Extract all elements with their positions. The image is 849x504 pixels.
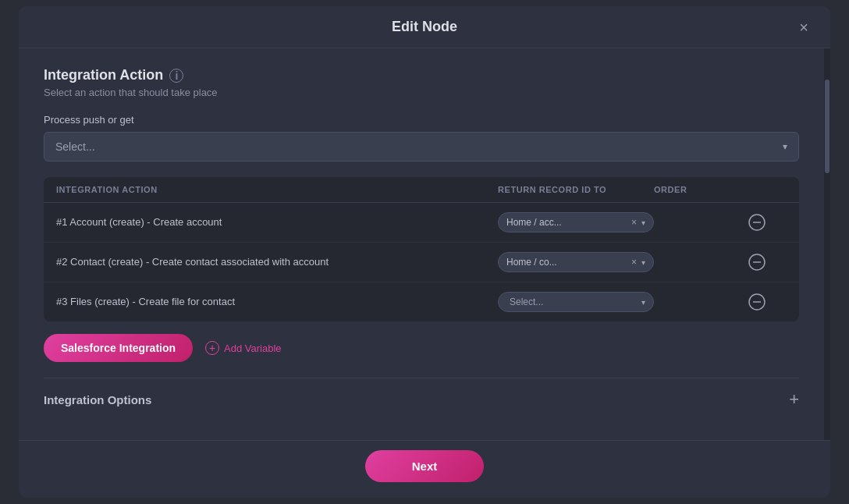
modal-header: Edit Node ×	[19, 6, 830, 48]
plus-circle-icon: +	[205, 341, 219, 355]
section-title: Integration Action i	[44, 67, 799, 83]
table-row: #3 Files (create) - Create file for cont…	[44, 282, 799, 321]
section-title-text: Integration Action	[44, 67, 163, 83]
tag-select-1[interactable]: Home / acc... × ▾	[498, 212, 654, 232]
modal-title: Edit Node	[392, 19, 457, 35]
scrollbar[interactable]	[824, 48, 830, 440]
remove-button-1[interactable]	[748, 213, 766, 232]
table-header: INTEGRATION ACTION RETURN RECORD ID TO O…	[44, 177, 799, 203]
col-actions	[748, 185, 787, 194]
table-row: #1 Account (create) - Create account Hom…	[44, 203, 799, 243]
remove-cell-2	[748, 253, 787, 272]
remove-cell-1	[748, 213, 787, 232]
tag-value-2: Home / co...	[506, 257, 627, 268]
select-chevron-icon-3: ▾	[641, 298, 645, 307]
section-subtitle: Select an action that should take place	[44, 87, 799, 98]
return-placeholder-text-3: Select...	[510, 296, 543, 307]
integration-options-label: Integration Options	[44, 393, 151, 406]
salesforce-integration-button[interactable]: Salesforce Integration	[44, 334, 193, 362]
tag-remove-icon-1[interactable]: ×	[631, 217, 637, 228]
tag-remove-icon-2[interactable]: ×	[631, 257, 637, 268]
next-button[interactable]: Next	[365, 450, 485, 482]
process-select-value: Select...	[55, 140, 95, 153]
info-icon[interactable]: i	[169, 69, 183, 83]
bottom-actions: Salesforce Integration + Add Variable	[44, 334, 799, 362]
tag-chevron-icon-2: ▾	[641, 258, 645, 267]
process-select[interactable]: Select... ▾	[44, 132, 799, 161]
return-select-2: Home / co... × ▾	[498, 252, 654, 272]
process-label: Process push or get	[44, 114, 799, 126]
modal-footer: Next	[19, 440, 830, 498]
table-row: #2 Contact (create) - Create contact ass…	[44, 243, 799, 282]
remove-cell-3	[748, 293, 787, 311]
main-content: Integration Action i Select an action th…	[19, 48, 824, 440]
tag-select-2[interactable]: Home / co... × ▾	[498, 252, 654, 272]
action-text-2: #2 Contact (create) - Create contact ass…	[56, 254, 498, 270]
col-return-record: RETURN RECORD ID TO	[498, 185, 654, 194]
integration-options-row: Integration Options +	[44, 378, 799, 421]
integration-options-expand-button[interactable]: +	[789, 389, 799, 410]
modal-body: Integration Action i Select an action th…	[19, 48, 830, 440]
modal: Edit Node × Integration Action i Select …	[19, 6, 830, 498]
remove-button-2[interactable]	[748, 253, 766, 272]
col-integration-action: INTEGRATION ACTION	[56, 185, 498, 194]
remove-button-3[interactable]	[748, 293, 766, 311]
minus-circle-icon-2	[748, 254, 766, 271]
return-select-3: Select... ▾	[498, 292, 654, 312]
modal-overlay: Edit Node × Integration Action i Select …	[0, 0, 849, 504]
minus-circle-icon-1	[748, 214, 766, 231]
close-icon: ×	[799, 20, 808, 35]
integration-table: INTEGRATION ACTION RETURN RECORD ID TO O…	[44, 177, 799, 321]
tag-value-1: Home / acc...	[506, 217, 627, 228]
minus-circle-icon-3	[748, 293, 766, 311]
chevron-down-icon: ▾	[783, 141, 787, 152]
add-variable-button[interactable]: + Add Variable	[205, 341, 281, 355]
plus-icon: +	[789, 389, 799, 410]
close-button[interactable]: ×	[793, 16, 815, 38]
action-text-1: #1 Account (create) - Create account	[56, 215, 498, 230]
action-text-3: #3 Files (create) - Create file for cont…	[56, 294, 498, 310]
tag-chevron-icon-1: ▾	[641, 218, 645, 227]
return-placeholder-3[interactable]: Select... ▾	[498, 292, 654, 312]
scrollbar-thumb	[825, 80, 829, 173]
return-select-1: Home / acc... × ▾	[498, 212, 654, 232]
col-order: ORDER	[654, 185, 748, 194]
add-variable-label: Add Variable	[224, 343, 281, 354]
